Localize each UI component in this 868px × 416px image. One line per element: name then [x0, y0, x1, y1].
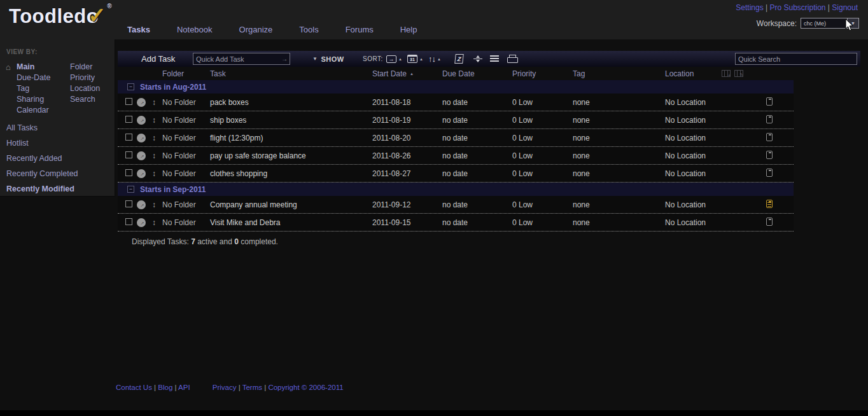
sidebar-item-calendar[interactable]: Calendar: [17, 105, 70, 116]
note-icon[interactable]: [766, 218, 773, 226]
sidebar-item-all-tasks[interactable]: All Tasks: [6, 120, 115, 135]
task-start-date[interactable]: 2011-09-12: [372, 200, 442, 209]
note-icon[interactable]: [766, 97, 773, 106]
edit-columns-icon[interactable]: [734, 70, 743, 77]
footer-link-contact-us[interactable]: Contact Us: [116, 384, 152, 391]
goto-arrow-icon[interactable]: →: [137, 200, 146, 209]
tab-forums[interactable]: Forums: [346, 25, 374, 34]
task-priority[interactable]: 0 Low: [512, 134, 573, 142]
task-folder[interactable]: No Folder: [162, 218, 210, 227]
sidebar-item-priority[interactable]: Priority: [70, 73, 121, 83]
task-folder[interactable]: No Folder: [162, 200, 210, 209]
note-icon[interactable]: [766, 115, 773, 123]
task-title[interactable]: pack boxes: [210, 98, 372, 107]
goto-arrow-icon[interactable]: →: [137, 134, 146, 142]
task-tag[interactable]: none: [573, 169, 665, 178]
task-checkbox[interactable]: [125, 134, 132, 141]
column-header-priority[interactable]: Priority: [512, 69, 573, 78]
notes-view-icon[interactable]: [490, 51, 499, 67]
sidebar-item-search[interactable]: Search: [70, 94, 121, 105]
reorder-icon[interactable]: ↕: [152, 151, 156, 160]
add-task-button[interactable]: Add Task: [141, 51, 175, 67]
task-priority[interactable]: 0 Low: [512, 151, 573, 160]
task-tag[interactable]: none: [573, 116, 665, 125]
task-due-date[interactable]: no date: [442, 134, 512, 142]
reorder-icon[interactable]: ↕: [152, 218, 156, 227]
task-priority[interactable]: 0 Low: [512, 169, 573, 178]
task-location[interactable]: No Location: [665, 134, 757, 142]
show-menu-button[interactable]: ▼SHOW: [312, 51, 344, 67]
collapse-icon[interactable]: −: [127, 83, 134, 90]
tab-notebook[interactable]: Notebook: [177, 25, 213, 34]
note-icon[interactable]: [766, 151, 773, 159]
task-location[interactable]: No Location: [665, 169, 757, 178]
task-tag[interactable]: none: [573, 151, 665, 160]
task-due-date[interactable]: no date: [442, 200, 512, 209]
task-title[interactable]: flight (12:30pm): [210, 134, 372, 142]
task-start-date[interactable]: 2011-08-19: [372, 116, 442, 125]
tab-tools[interactable]: Tools: [299, 25, 318, 34]
sidebar-item-due-date[interactable]: Due-Date: [17, 73, 70, 83]
tab-help[interactable]: Help: [400, 25, 417, 34]
task-location[interactable]: No Location: [665, 218, 757, 227]
task-priority[interactable]: 0 Low: [512, 200, 573, 209]
sidebar-item-location[interactable]: Location: [70, 83, 121, 94]
task-location[interactable]: No Location: [665, 116, 757, 125]
up-down-arrows-sort-icon[interactable]: ↑↓▲: [428, 51, 441, 67]
task-priority[interactable]: 0 Low: [512, 218, 573, 227]
task-folder[interactable]: No Folder: [162, 116, 210, 125]
sidebar-item-recently-added[interactable]: Recently Added: [6, 151, 115, 166]
task-due-date[interactable]: no date: [442, 218, 512, 227]
tab-organize[interactable]: Organize: [239, 25, 273, 34]
reorder-icon[interactable]: ↕: [152, 200, 156, 209]
reorder-icon[interactable]: ↕: [152, 134, 156, 142]
task-start-date[interactable]: 2011-08-20: [372, 134, 442, 142]
task-start-date[interactable]: 2011-08-27: [372, 169, 442, 178]
task-tag[interactable]: none: [573, 218, 665, 227]
task-start-date[interactable]: 2011-08-18: [372, 98, 442, 107]
task-checkbox[interactable]: [125, 200, 132, 207]
task-title[interactable]: pay up safe storage balance: [210, 151, 372, 160]
collapse-dividers-icon[interactable]: [473, 51, 483, 67]
multi-edit-icon[interactable]: Z: [455, 51, 463, 67]
quick-add-submit-icon[interactable]: →: [281, 55, 290, 62]
sidebar-item-tag[interactable]: Tag: [17, 83, 70, 94]
task-title[interactable]: clothes shopping: [210, 169, 372, 178]
column-header-folder[interactable]: Folder: [162, 69, 210, 78]
reorder-icon[interactable]: ↕: [152, 98, 156, 107]
tab-tasks[interactable]: Tasks: [127, 25, 150, 34]
task-due-date[interactable]: no date: [442, 116, 512, 125]
task-checkbox[interactable]: [125, 151, 132, 158]
calendar-31-sort-icon[interactable]: 31▲: [407, 51, 423, 67]
column-header-due-date[interactable]: Due Date: [442, 69, 512, 78]
column-header-start-date[interactable]: Start Date▲: [372, 69, 442, 78]
footer-link-api[interactable]: API: [178, 384, 190, 391]
collapse-icon[interactable]: −: [127, 186, 134, 193]
sidebar-item-main[interactable]: ⌂Main: [17, 62, 70, 73]
footer-link-privacy[interactable]: Privacy: [213, 384, 237, 391]
column-header-task[interactable]: Task: [210, 69, 372, 78]
task-folder[interactable]: No Folder: [162, 134, 210, 142]
goto-arrow-icon[interactable]: →: [137, 151, 146, 160]
task-folder[interactable]: No Folder: [162, 169, 210, 178]
goto-arrow-icon[interactable]: →: [137, 169, 146, 178]
task-tag[interactable]: none: [573, 134, 665, 142]
footer-link-terms[interactable]: Terms: [242, 384, 262, 391]
toodledo-logo[interactable]: Toodledo✓®: [9, 3, 112, 28]
task-start-date[interactable]: 2011-08-26: [372, 151, 442, 160]
task-priority[interactable]: 0 Low: [512, 98, 573, 107]
footer-link-blog[interactable]: Blog: [158, 384, 172, 391]
goto-arrow-icon[interactable]: →: [137, 116, 146, 125]
sidebar-item-recently-completed[interactable]: Recently Completed: [6, 166, 115, 181]
arrow-right-sort-icon[interactable]: →▲: [386, 51, 402, 67]
goto-arrow-icon[interactable]: →: [137, 98, 146, 107]
note-icon[interactable]: [766, 200, 773, 208]
reorder-icon[interactable]: ↕: [152, 116, 156, 125]
task-location[interactable]: No Location: [665, 151, 757, 160]
task-title[interactable]: Company annual meeting: [210, 200, 372, 209]
task-title[interactable]: ship boxes: [210, 116, 372, 125]
task-location[interactable]: No Location: [665, 200, 757, 209]
task-folder[interactable]: No Folder: [162, 98, 210, 107]
quick-search-input[interactable]: [736, 55, 857, 63]
quick-add-input[interactable]: [193, 55, 281, 63]
